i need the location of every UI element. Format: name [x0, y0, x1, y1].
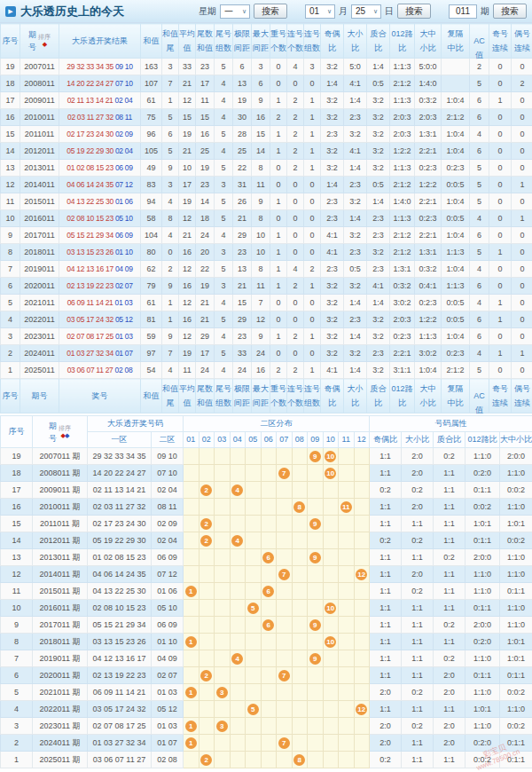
t1-cell-tailgroups: 3 — [215, 177, 233, 193]
front-numbers: 02 17 23 24 30 — [66, 130, 113, 138]
table-row: 17200901102 11 13 14 21 02 0461112114199… — [1, 92, 532, 109]
t1-cell-sum: 97 — [141, 345, 162, 362]
t2-header-dist-01: 01 — [184, 432, 200, 448]
t1-cell-bigsmall: 3:2 — [344, 345, 367, 362]
t2-cell-dist-11 — [339, 617, 355, 634]
t2-cell-dist-8 — [292, 617, 308, 634]
week-select[interactable]: 一∨ — [220, 4, 250, 19]
t2-cell-dist-5 — [246, 516, 262, 532]
t1-footer-header-avg: 平均值 — [179, 379, 196, 414]
t2-cell-dist-2: 2 — [199, 752, 215, 768]
day-select[interactable]: 25∨ — [351, 4, 381, 19]
t2-cell-dist-7 — [277, 499, 293, 516]
week-label: 星期 — [199, 5, 216, 18]
t1-cell-seq: 3 — [1, 328, 20, 345]
t1-cell-primecomp: 0:5 — [367, 75, 390, 92]
t1-cell-fugemid — [442, 59, 470, 75]
t2-cell-zone1: 03 13 15 23 26 — [88, 634, 152, 650]
t2-cell-dist-8 — [292, 701, 308, 718]
t1-cell-tailgroups: 4 — [215, 143, 233, 160]
back-numbers: 01 06 — [115, 197, 133, 206]
t1-footer-header-oddrun: 奇号连续 — [489, 379, 512, 414]
sort-arrow-icon[interactable]: ◆ — [43, 41, 46, 48]
t1-footer-header-oddeven: 奇偶比 — [321, 379, 344, 414]
t1-cell-tailsum: 16 — [196, 126, 215, 143]
t2-cell-attr-4: 0:1:1 — [500, 583, 532, 600]
t2-cell-dist-2 — [199, 718, 215, 735]
t2-cell-zone2: 01 03 — [152, 684, 184, 701]
t2-cell-dist-12: 12 — [354, 701, 370, 718]
lottery-ball: 5 — [247, 704, 259, 715]
t2-cell-dist-6 — [261, 667, 277, 684]
t1-cell-bigmidsmall: 2:2:1 — [415, 193, 442, 210]
t2-cell-dist-7 — [277, 684, 293, 701]
t1-cell-primecomp: 2:3 — [367, 261, 390, 278]
t2-cell-issue: 2013011 期 — [33, 549, 88, 566]
t2-header-dist-12: 12 — [354, 432, 370, 448]
t2-cell-attr-0: 1:1 — [370, 465, 402, 482]
lottery-ball: 8 — [293, 501, 305, 513]
t2-cell-attr-2: 1:1 — [434, 465, 466, 482]
t1-cell-bigmidsmall: 1:3:1 — [415, 126, 442, 143]
t1-cell-conseccnt: 2 — [287, 143, 304, 160]
lottery-ball: 9 — [309, 451, 321, 462]
t1-cell-sumtail: 3 — [162, 177, 179, 193]
t1-cell-result: 05 19 22 29 30 02 04 — [59, 143, 141, 160]
lottery-ball: 1 — [185, 636, 197, 648]
t2-cell-attr-1: 1:1 — [402, 667, 434, 684]
t1-cell-ac: 5 — [470, 193, 489, 210]
t2-header-dist-06: 06 — [261, 432, 277, 448]
t1-cell-tailsum: 24 — [196, 362, 215, 379]
t2-cell-dist-3 — [215, 448, 231, 465]
t2-cell-dist-8: 8 — [292, 499, 308, 516]
t2-cell-attr-1: 2:0 — [402, 448, 434, 465]
t1-cell-sumtail: 7 — [162, 345, 179, 362]
t2-cell-attr-0: 1:1 — [370, 701, 402, 718]
t2-cell-attr-3: 2:0:0 — [466, 549, 500, 566]
week-search-button[interactable]: 搜索 — [254, 4, 287, 19]
t2-cell-dist-9: 9 — [308, 516, 324, 532]
month-select[interactable]: 01∨ — [305, 4, 335, 19]
t1-cell-limitgap: 13 — [233, 261, 252, 278]
t2-cell-attr-1: 1:1 — [402, 735, 434, 752]
t2-cell-dist-4 — [230, 600, 246, 617]
t1-cell-maxgap: 11 — [252, 177, 270, 193]
t1-cell-sum: 79 — [141, 278, 162, 295]
issue-search-button[interactable]: 搜索 — [493, 4, 527, 19]
t2-cell-attr-2: 0:2 — [434, 617, 466, 634]
t2-cell-attr-3: 0:1:1 — [466, 482, 500, 499]
issue-input[interactable]: 011 — [449, 4, 477, 19]
t2-cell-dist-1: 1 — [184, 583, 200, 600]
t2-cell-dist-11 — [339, 701, 355, 718]
sort-arrows-icon[interactable]: ◆◆ — [61, 432, 69, 439]
lottery-ball: 7 — [278, 737, 290, 749]
t1-cell-fugemid: 1:1:3 — [442, 278, 470, 295]
t2-cell-dist-9 — [308, 482, 324, 499]
t1-cell-tailgroups: 4 — [215, 109, 233, 126]
date-search-button[interactable]: 搜索 — [397, 4, 431, 19]
back-numbers: 05 12 — [115, 315, 133, 324]
t2-cell-attr-1: 1:1 — [402, 516, 434, 532]
t1-cell-fugemid: 0:2:3 — [442, 160, 470, 177]
t2-cell-dist-2 — [199, 735, 215, 752]
t1-cell-primecomp: 3:2 — [367, 362, 390, 379]
t1-cell-sum: 61 — [141, 92, 162, 109]
t2-cell-dist-3 — [215, 752, 231, 768]
t2-cell-dist-6 — [261, 600, 277, 617]
t1-cell-result: 02 03 11 27 32 08 11 — [59, 109, 141, 126]
t1-cell-oddeven: 1:4 — [321, 177, 344, 193]
t1-cell-seq: 15 — [1, 126, 20, 143]
t2-cell-dist-2: 2 — [199, 482, 215, 499]
t1-cell-limitgap: 31 — [233, 177, 252, 193]
t1-cell-limitgap: 25 — [233, 143, 252, 160]
t1-header-limitgap: 极限间距 — [233, 24, 252, 59]
t2-cell-attr-4: 1:1:0 — [500, 617, 532, 634]
t2-cell-attr-3: 1:1:0 — [466, 650, 500, 667]
t1-cell-consecgrp: 0 — [304, 210, 321, 227]
t2-cell-dist-12 — [354, 617, 370, 634]
t2-cell-dist-10 — [323, 532, 339, 549]
t2-cell-dist-2 — [199, 634, 215, 650]
front-numbers: 01 02 08 15 23 — [66, 163, 113, 172]
t1-cell-road012: 1:1:3 — [390, 210, 415, 227]
table-row: 15201101102 17 23 24 30 02 0996619165281… — [1, 126, 532, 143]
